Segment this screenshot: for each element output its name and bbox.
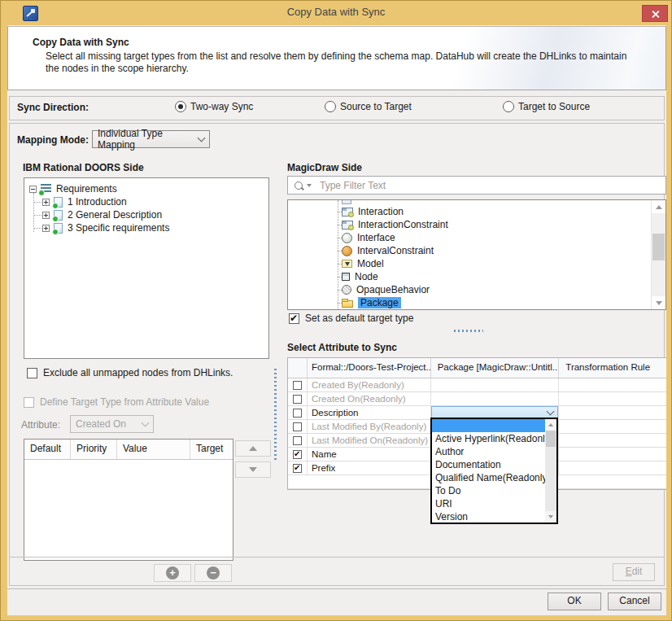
attribute-table-column-header[interactable]	[288, 358, 308, 378]
list-item-label: Package	[358, 297, 401, 308]
checkbox-icon[interactable]	[293, 464, 302, 473]
collapse-icon[interactable]	[29, 186, 37, 193]
attribute-target-cell	[431, 392, 560, 405]
sync-direction-radio[interactable]: Target to Source	[503, 101, 590, 112]
checkbox-icon[interactable]	[27, 368, 37, 378]
down-arrow-icon	[249, 467, 257, 472]
list-item-label: OpaqueBehavior	[356, 284, 430, 295]
popup-item[interactable]: URI	[432, 497, 545, 510]
doors-side-title: IBM Rational DOORS Side	[23, 162, 144, 173]
scrollbar-thumb[interactable]	[652, 234, 665, 260]
set-default-target-label: Set as default target type	[305, 313, 413, 324]
attribute-table-column-header[interactable]: Transformation Rule	[559, 358, 666, 378]
checkbox-icon[interactable]	[293, 436, 302, 445]
popup-item[interactable]: Author	[432, 445, 545, 458]
expand-icon[interactable]	[42, 199, 50, 206]
package-icon	[342, 300, 353, 308]
list-item[interactable]: InteractionConstraint	[288, 218, 652, 231]
popup-item[interactable]: Active Hyperlink(Readonly)	[432, 432, 545, 445]
scroll-down-button[interactable]	[652, 296, 665, 309]
set-default-target-checkbox-row[interactable]: Set as default target type	[289, 313, 413, 324]
attribute-name-cell: Prefix	[308, 461, 431, 474]
search-options-caret-icon[interactable]	[307, 184, 312, 187]
transformation-rule-cell	[559, 434, 666, 447]
list-item[interactable]: Node	[288, 270, 652, 283]
magicdraw-side-title: MagicDraw Side	[287, 162, 362, 173]
doors-tree: Requirements1 Introduction2 General Desc…	[24, 177, 269, 359]
exclude-unmapped-label: Exclude all unmapped nodes from DHLinks.	[43, 367, 233, 378]
checkbox-icon	[24, 397, 34, 408]
header-banner: Copy Data with Sync Select all missing t…	[7, 26, 666, 90]
list-item[interactable]: Model	[288, 257, 652, 270]
sync-direction-radio[interactable]: Source to Target	[325, 101, 412, 112]
attribute-checkbox-cell	[288, 406, 308, 419]
list-item[interactable]: Interaction	[288, 205, 652, 218]
type-filter-input[interactable]	[318, 179, 665, 192]
value-table-column-header[interactable]: Target	[190, 440, 233, 459]
checkbox-icon[interactable]	[293, 381, 302, 390]
popup-item[interactable]: To Do	[432, 484, 545, 497]
tree-item-label: 2 General Description	[68, 209, 162, 221]
copy-data-with-sync-dialog: Copy Data with Sync Copy Data with Sync …	[0, 0, 672, 621]
tree-item[interactable]: Requirements	[24, 182, 268, 195]
value-mapping-table: DefaultPriorityValueTarget	[24, 439, 233, 561]
add-row-button[interactable]: +	[154, 564, 191, 582]
chevron-down-icon	[142, 419, 150, 427]
move-down-button[interactable]	[235, 461, 271, 478]
expand-icon[interactable]	[42, 212, 50, 219]
popup-item[interactable]: Version	[432, 510, 545, 523]
attribute-name-cell: Last Modified By(Readonly)	[308, 420, 431, 433]
sync-direction-radio[interactable]: Two-way Sync	[175, 101, 253, 112]
interaction-constraint-icon	[342, 221, 353, 230]
checkbox-icon[interactable]	[293, 422, 302, 431]
expand-icon[interactable]	[42, 225, 50, 232]
attribute-row[interactable]: Created On(Readonly)	[288, 392, 666, 406]
edit-button-mnemonic: E	[626, 566, 632, 577]
list-item[interactable]: OpaqueBehavior	[288, 283, 652, 296]
list-item-label: Model	[357, 258, 384, 269]
attribute-name-cell: Name	[308, 448, 431, 461]
popup-item[interactable]: Documentation	[432, 458, 545, 471]
ok-button[interactable]: OK	[548, 593, 601, 610]
scroll-up-button[interactable]	[652, 200, 665, 213]
checkbox-icon[interactable]	[289, 313, 299, 324]
vertical-splitter-handle[interactable]	[274, 369, 277, 460]
horizontal-splitter-handle[interactable]	[454, 330, 483, 332]
list-item-label: Interaction	[358, 206, 404, 217]
tree-item-label: Requirements	[56, 183, 117, 195]
attribute-checkbox-cell	[288, 434, 308, 447]
cancel-button[interactable]: Cancel	[608, 593, 661, 610]
mapping-mode-combo[interactable]: Individual Type Mapping	[92, 130, 210, 148]
popup-scrollbar[interactable]	[545, 419, 556, 523]
transformation-rule-cell	[559, 448, 666, 461]
list-item[interactable]: Package	[288, 296, 652, 309]
tree-item[interactable]: 1 Introduction	[24, 195, 268, 208]
tree-item[interactable]: 3 Specific requirements	[24, 221, 268, 234]
list-scrollbar[interactable]	[651, 200, 665, 309]
value-table-column-header[interactable]: Priority	[71, 440, 117, 459]
checkbox-icon[interactable]	[293, 409, 302, 418]
value-table-column-header[interactable]: Value	[117, 440, 190, 459]
attribute-table-column-header[interactable]: Package [MagicDraw::Untitl...	[431, 358, 560, 378]
attribute-checkbox-cell	[288, 392, 308, 405]
remove-row-button[interactable]: −	[194, 564, 232, 582]
exclude-unmapped-checkbox-row[interactable]: Exclude all unmapped nodes from DHLinks.	[27, 367, 233, 378]
radio-label: Two-way Sync	[190, 101, 253, 112]
move-up-button[interactable]	[235, 440, 271, 457]
checkbox-icon[interactable]	[293, 450, 302, 459]
type-filter-box[interactable]	[287, 176, 666, 195]
popup-item[interactable]	[432, 419, 545, 432]
attribute-table-column-header[interactable]: Formal::/Doors-Test-Project...	[308, 358, 431, 378]
checkbox-icon[interactable]	[293, 395, 302, 404]
list-item[interactable]: IntervalConstraint	[288, 244, 652, 257]
scrollbar-thumb[interactable]	[546, 431, 556, 447]
tree-item[interactable]: 2 General Description	[24, 208, 268, 221]
requirements-module-icon	[41, 184, 51, 194]
close-button[interactable]	[642, 5, 668, 22]
popup-item[interactable]: Qualified Name(Readonly)	[432, 471, 545, 484]
scroll-down-button[interactable]	[545, 511, 556, 523]
value-table-column-header[interactable]: Default	[24, 440, 71, 459]
list-item[interactable]: Interface	[288, 231, 652, 244]
attribute-row[interactable]: Created By(Readonly)	[288, 378, 666, 392]
scroll-up-button[interactable]	[545, 419, 556, 431]
